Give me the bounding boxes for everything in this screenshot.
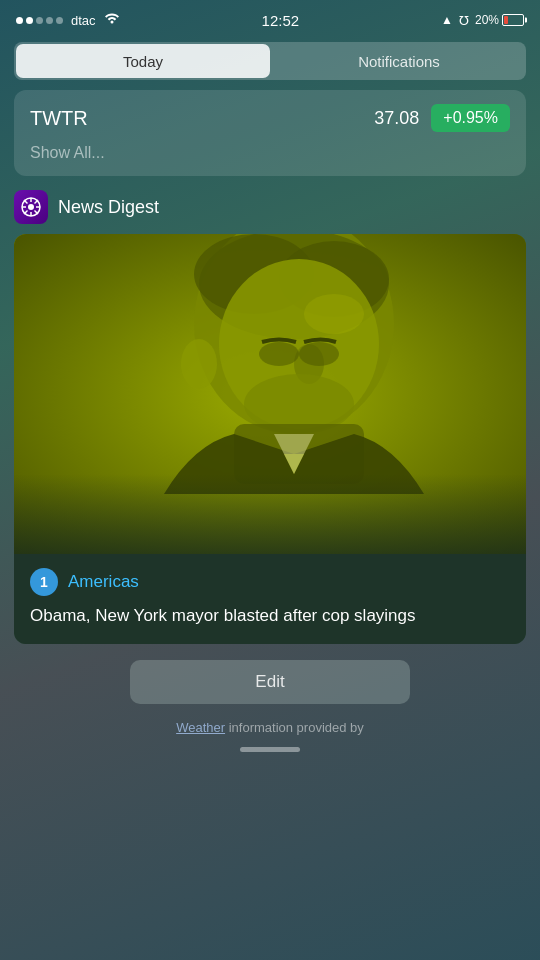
battery-percent: 20% <box>475 13 499 27</box>
stock-price: 37.08 <box>88 108 420 129</box>
svg-point-1 <box>28 204 34 210</box>
tab-notifications[interactable]: Notifications <box>272 42 526 80</box>
news-section: News Digest <box>14 190 526 644</box>
wifi-icon <box>104 12 120 28</box>
stock-change: +0.95% <box>431 104 510 132</box>
bluetooth-icon: ℧ <box>459 13 469 28</box>
home-indicator[interactable] <box>240 747 300 752</box>
news-image <box>14 234 526 554</box>
news-header: News Digest <box>14 190 526 224</box>
weather-suffix: information provided by <box>229 720 364 735</box>
category-badge: 1 <box>30 568 58 596</box>
signal-dot-2 <box>26 17 33 24</box>
news-card[interactable]: 1 Americas Obama, New York mayor blasted… <box>14 234 526 644</box>
news-headline: Obama, New York mayor blasted after cop … <box>30 604 510 628</box>
svg-point-22 <box>304 294 364 334</box>
signal-dot-4 <box>46 17 53 24</box>
signal-dot-5 <box>56 17 63 24</box>
tab-today[interactable]: Today <box>16 44 270 78</box>
news-section-title: News Digest <box>58 197 159 218</box>
tab-bar: Today Notifications <box>14 42 526 80</box>
show-all-button[interactable]: Show All... <box>30 144 510 162</box>
battery-icon <box>502 14 524 26</box>
battery-fill <box>504 16 508 24</box>
status-time: 12:52 <box>262 12 300 29</box>
edit-button[interactable]: Edit <box>130 660 410 704</box>
signal-dot-1 <box>16 17 23 24</box>
battery-container: 20% <box>475 13 524 27</box>
svg-point-21 <box>181 339 217 389</box>
svg-point-20 <box>299 342 339 366</box>
status-bar: dtac 12:52 ▲ ℧ 20% <box>0 0 540 36</box>
weather-info: Weather information provided by <box>176 720 364 735</box>
footer: Weather information provided by <box>0 712 540 960</box>
news-digest-icon <box>14 190 48 224</box>
category-row: 1 Americas <box>30 568 510 596</box>
stock-ticker: TWTR <box>30 107 88 130</box>
status-right: ▲ ℧ 20% <box>441 13 524 28</box>
edit-section: Edit <box>14 660 526 704</box>
signal-dot-3 <box>36 17 43 24</box>
location-icon: ▲ <box>441 13 453 27</box>
weather-link[interactable]: Weather <box>176 720 225 735</box>
news-card-bottom: 1 Americas Obama, New York mayor blasted… <box>14 554 526 644</box>
carrier-text: dtac <box>71 13 96 28</box>
stocks-widget: TWTR 37.08 +0.95% Show All... <box>14 90 526 176</box>
signal-dots <box>16 17 63 24</box>
category-name: Americas <box>68 572 139 592</box>
stock-row: TWTR 37.08 +0.95% <box>30 104 510 132</box>
status-left: dtac <box>16 12 120 28</box>
svg-point-19 <box>259 342 299 366</box>
